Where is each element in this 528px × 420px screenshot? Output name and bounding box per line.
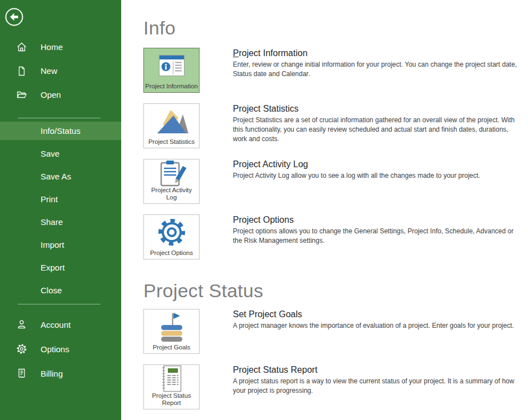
sidebar-middle-group: Info/Status Save Save As Print Share Imp… (0, 118, 121, 299)
sidebar-item-label: Billing (41, 369, 63, 378)
item-heading: Project Information (233, 48, 519, 58)
backstage-sidebar: Home New Open Info/Status (0, 0, 121, 420)
status-row-project-status-report: Project Status Report Project Status Rep… (143, 364, 528, 409)
project-status-report-button[interactable]: Project Status Report (143, 364, 200, 409)
sidebar-item-info-status[interactable]: Info/Status (0, 122, 121, 140)
project-information-button[interactable]: Project Information (143, 48, 200, 93)
item-text-block: Set Project Goals A project manager know… (233, 309, 519, 354)
section-title-project-status: Project Status (143, 278, 528, 303)
item-description: Enter, review or change initial informat… (233, 60, 519, 79)
sidebar-item-label: Account (41, 320, 71, 329)
billing-receipt-icon (16, 368, 27, 379)
project-activity-log-button[interactable]: Project Activity Log (143, 159, 200, 204)
project-goals-button[interactable]: Project Goals (143, 309, 200, 354)
sidebar-item-home[interactable]: Home (0, 35, 121, 59)
section-title-info: Info (143, 16, 528, 40)
back-button[interactable] (5, 8, 23, 26)
item-heading: Project Activity Log (233, 159, 519, 169)
options-gear-icon (16, 343, 27, 354)
open-folder-icon (16, 89, 27, 101)
sidebar-item-print[interactable]: Print (0, 190, 121, 208)
sidebar-item-label: Home (41, 42, 63, 52)
tile-label: Project Options (149, 249, 194, 257)
sidebar-item-label: Info/Status (41, 126, 81, 136)
item-heading: Set Project Goals (233, 309, 519, 319)
sidebar-item-options[interactable]: Options (0, 337, 121, 361)
sidebar-item-account[interactable]: Account (0, 312, 121, 337)
info-row-project-activity-log: Project Activity Log Project Activity Lo… (143, 159, 528, 204)
item-heading: Project Statistics (233, 104, 519, 114)
back-arrow-icon (5, 18, 23, 28)
item-description: Project Statistics are a set of crucial … (233, 116, 519, 144)
project-goals-icon (144, 309, 199, 344)
project-statistics-icon (144, 104, 199, 138)
sidebar-item-label: Options (41, 344, 69, 354)
backstage-content: Info Proje (121, 0, 528, 420)
sidebar-item-share[interactable]: Share (0, 213, 121, 231)
project-options-icon (144, 215, 199, 249)
sidebar-item-label: Import (41, 240, 64, 249)
item-text-block: Project Activity Log Project Activity Lo… (233, 159, 519, 204)
item-text-block: Project Information Enter, review or cha… (233, 48, 519, 93)
item-description: A project manager knows the importance o… (233, 321, 519, 331)
tile-label: Project Goals (152, 344, 192, 351)
info-row-project-options: Project Options Project Options Project … (143, 214, 528, 259)
sidebar-item-close[interactable]: Close (0, 281, 121, 299)
item-text-block: Project Statistics Project Statistics ar… (233, 103, 519, 148)
sidebar-item-export[interactable]: Export (0, 258, 121, 277)
tile-label: Project Information (144, 83, 199, 90)
sidebar-item-billing[interactable]: Billing (0, 361, 121, 386)
sidebar-item-label: Export (41, 263, 64, 272)
sidebar-item-label: Print (41, 194, 58, 204)
account-icon (16, 319, 27, 330)
sidebar-item-import[interactable]: Import (0, 236, 121, 254)
project-information-icon (144, 48, 199, 83)
sidebar-item-save[interactable]: Save (0, 144, 121, 163)
sidebar-top-group: Home New Open (0, 35, 121, 107)
sidebar-item-new[interactable]: New (0, 59, 121, 83)
project-status-report-icon (144, 365, 199, 392)
item-heading: Project Status Report (233, 365, 519, 375)
sidebar-bottom-group: Account Options Billing (0, 304, 121, 386)
item-heading: Project Options (233, 215, 519, 225)
project-statistics-button[interactable]: Project Statistics (143, 103, 200, 148)
item-text-block: Project Status Report A project status r… (233, 364, 519, 409)
info-row-project-statistics: Project Statistics Project Statistics Pr… (143, 103, 528, 148)
info-row-project-information: Project Information Project Information … (143, 48, 528, 93)
new-document-icon (16, 66, 27, 77)
sidebar-item-label: Share (41, 217, 63, 227)
tile-label: Project Statistics (147, 138, 196, 146)
status-row-project-goals: Project Goals Set Project Goals A projec… (143, 309, 528, 354)
item-text-block: Project Options Project options allows y… (233, 214, 519, 259)
item-description: Project options allows you to change the… (233, 227, 519, 246)
sidebar-item-label: Save As (41, 172, 71, 181)
project-options-button[interactable]: Project Options (143, 214, 200, 259)
sidebar-item-label: Open (41, 90, 61, 99)
item-description: A project status report is a way to view… (233, 377, 519, 396)
sidebar-item-label: New (41, 66, 57, 76)
sidebar-item-open[interactable]: Open (0, 83, 121, 107)
sidebar-item-label: Close (41, 286, 62, 295)
sidebar-item-label: Save (41, 149, 59, 158)
tile-label: Project Activity Log (144, 187, 199, 201)
project-activity-log-icon (144, 159, 199, 187)
item-description: Project Activity Log allow you to see a … (233, 171, 519, 181)
home-icon (16, 42, 27, 53)
tile-label: Project Status Report (144, 392, 199, 407)
sidebar-item-save-as[interactable]: Save As (0, 167, 121, 186)
